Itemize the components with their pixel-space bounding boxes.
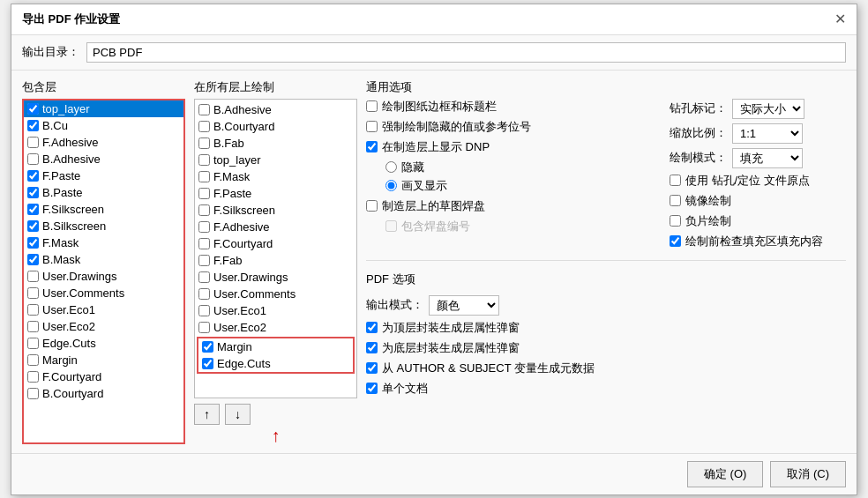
use-drill-origin-checkbox[interactable] — [670, 175, 681, 186]
layer-checkbox[interactable] — [27, 304, 39, 316]
list-item[interactable]: F.Mask — [195, 168, 356, 185]
list-item[interactable]: Edge.Cuts — [24, 335, 183, 352]
list-item[interactable]: F.Paste — [195, 185, 356, 202]
cancel-button[interactable]: 取消 (C) — [770, 461, 846, 487]
layer-checkbox[interactable] — [27, 388, 39, 399]
layer-checkbox[interactable] — [27, 170, 39, 182]
draw-layer-checkbox[interactable] — [198, 204, 210, 216]
layer-checkbox[interactable] — [27, 321, 39, 332]
list-item[interactable]: top_layer — [24, 100, 183, 117]
draw-layer-checkbox[interactable] — [198, 154, 210, 166]
layer-checkbox[interactable] — [27, 371, 39, 383]
draw-layer-checkbox[interactable] — [198, 255, 210, 266]
author-subject-checkbox[interactable] — [366, 362, 378, 374]
layer-checkbox[interactable] — [27, 338, 39, 349]
list-item[interactable]: User.Drawings — [195, 269, 356, 286]
list-item[interactable]: top_layer — [195, 152, 356, 168]
draw-layer-checkbox[interactable] — [198, 288, 210, 300]
list-item[interactable]: User.Eco1 — [24, 301, 183, 318]
list-item[interactable]: B.Courtyard — [195, 118, 356, 135]
list-item[interactable]: Edge.Cuts — [198, 355, 353, 372]
move-down-button[interactable]: ↓ — [225, 404, 251, 425]
list-item[interactable]: Margin — [24, 352, 183, 368]
list-item[interactable]: Margin — [198, 338, 353, 355]
force-hidden-label[interactable]: 强制绘制隐藏的值或参考位号 — [366, 119, 531, 135]
show-dnp-label[interactable]: 在制造层上显示 DNP — [366, 139, 490, 155]
list-item[interactable]: F.Silkscreen — [195, 202, 356, 219]
list-item[interactable]: User.Eco1 — [195, 302, 356, 319]
layer-checkbox[interactable] — [27, 137, 39, 148]
drill-mark-select[interactable]: 实际大小 小 无 — [732, 99, 804, 119]
list-item[interactable]: B.Mask — [24, 251, 183, 268]
draw-layer-checkbox[interactable] — [202, 341, 213, 353]
draw-layer-checkbox[interactable] — [198, 305, 210, 316]
layer-checkbox[interactable] — [27, 254, 39, 265]
draw-layer-checkbox[interactable] — [198, 271, 210, 283]
list-item[interactable]: User.Comments — [195, 286, 356, 302]
list-item[interactable]: F.Silkscreen — [24, 201, 183, 218]
include-pad-num-label[interactable]: 包含焊盘编号 — [385, 219, 470, 234]
list-item[interactable]: F.Courtyard — [195, 235, 356, 252]
output-mode-select[interactable]: 颜色 黑白 — [429, 295, 499, 316]
list-item[interactable]: B.Silkscreen — [24, 218, 183, 234]
list-item[interactable]: B.Courtyard — [24, 385, 183, 402]
top-layer-popup-label[interactable]: 为顶层封装生成层属性弹窗 — [366, 320, 520, 336]
draw-all-layers-list[interactable]: B.Adhesive B.Courtyard B.Fab top_layer F… — [194, 99, 357, 398]
list-item[interactable]: User.Eco2 — [195, 319, 356, 336]
draw-border-label[interactable]: 绘制图纸边框和标题栏 — [366, 99, 497, 115]
ok-button[interactable]: 确定 (O) — [687, 461, 763, 487]
layer-checkbox[interactable] — [27, 103, 39, 115]
list-item[interactable]: F.Courtyard — [24, 368, 183, 385]
draft-pads-checkbox[interactable] — [366, 200, 378, 212]
draw-layer-checkbox[interactable] — [198, 188, 210, 199]
layer-checkbox[interactable] — [27, 153, 39, 165]
draw-layer-checkbox[interactable] — [198, 121, 210, 132]
mirror-checkbox[interactable] — [670, 195, 681, 206]
single-doc-checkbox[interactable] — [366, 383, 378, 394]
layer-checkbox[interactable] — [27, 187, 39, 198]
list-item[interactable]: F.Paste — [24, 167, 183, 184]
bottom-layer-popup-checkbox[interactable] — [366, 342, 378, 353]
dnp-cross-radio[interactable] — [385, 180, 397, 191]
close-button[interactable]: ✕ — [834, 12, 846, 26]
list-item[interactable]: B.Adhesive — [195, 101, 356, 118]
bottom-layer-popup-label[interactable]: 为底层封装生成层属性弹窗 — [366, 340, 520, 356]
draw-layer-checkbox[interactable] — [198, 104, 210, 115]
draft-pads-label[interactable]: 制造层上的草图焊盘 — [366, 198, 485, 214]
output-dir-input[interactable] — [86, 42, 846, 63]
force-hidden-checkbox[interactable] — [366, 121, 378, 132]
draw-layer-checkbox[interactable] — [198, 171, 210, 182]
mirror-label[interactable]: 镜像绘制 — [670, 193, 731, 209]
draw-layer-checkbox[interactable] — [202, 358, 213, 369]
author-subject-label[interactable]: 从 AUTHOR & SUBJECT 变量生成元数据 — [366, 360, 595, 376]
layer-checkbox[interactable] — [27, 204, 39, 215]
list-item[interactable]: User.Comments — [24, 285, 183, 301]
layer-checkbox[interactable] — [27, 237, 39, 249]
show-dnp-checkbox[interactable] — [366, 141, 378, 152]
list-item[interactable]: B.Paste — [24, 184, 183, 201]
top-layer-popup-checkbox[interactable] — [366, 322, 378, 333]
list-item[interactable]: B.Cu — [24, 117, 183, 134]
draw-border-checkbox[interactable] — [366, 100, 378, 112]
list-item[interactable]: F.Mask — [24, 234, 183, 251]
include-layers-list[interactable]: top_layer B.Cu F.Adhesive B.Adhesive F.P… — [22, 99, 185, 444]
single-doc-label[interactable]: 单个文档 — [366, 381, 428, 397]
check-zones-checkbox[interactable] — [670, 235, 681, 247]
layer-checkbox[interactable] — [27, 287, 39, 299]
layer-checkbox[interactable] — [27, 271, 39, 282]
list-item[interactable]: F.Fab — [195, 252, 356, 269]
draw-layer-checkbox[interactable] — [198, 138, 210, 149]
layer-checkbox[interactable] — [27, 120, 39, 131]
negative-label[interactable]: 负片绘制 — [670, 213, 731, 229]
list-item[interactable]: User.Eco2 — [24, 318, 183, 335]
list-item[interactable]: B.Fab — [195, 135, 356, 152]
list-item[interactable]: User.Drawings — [24, 268, 183, 285]
use-drill-origin-label[interactable]: 使用 钻孔/定位 文件原点 — [670, 173, 810, 189]
negative-checkbox[interactable] — [670, 215, 681, 227]
layer-checkbox[interactable] — [27, 354, 39, 366]
scale-select[interactable]: 1:1 1:2 2:1 — [732, 123, 803, 144]
list-item[interactable]: B.Adhesive — [24, 151, 183, 167]
check-zones-label[interactable]: 绘制前检查填充区填充内容 — [670, 234, 823, 249]
list-item[interactable]: F.Adhesive — [24, 134, 183, 151]
draw-layer-checkbox[interactable] — [198, 238, 210, 249]
